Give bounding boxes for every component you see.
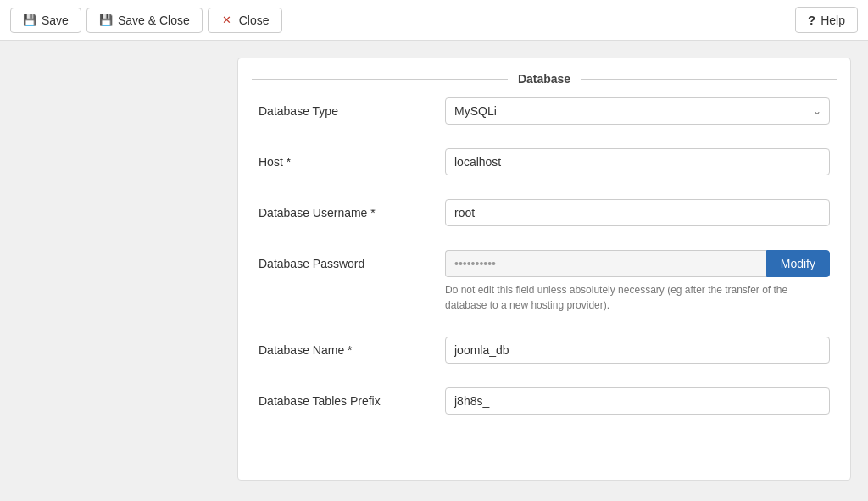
host-row: Host * — [238, 136, 850, 187]
section-header-right-line — [581, 79, 837, 80]
db-password-field: Modify Do not edit this field unless abs… — [445, 250, 830, 313]
main-content: Database Database Type MySQLi MySQL (PDO… — [0, 41, 868, 498]
modify-button[interactable]: Modify — [766, 250, 830, 277]
form-panel: Database Database Type MySQLi MySQL (PDO… — [237, 58, 851, 481]
db-type-label: Database Type — [259, 97, 445, 118]
db-password-label: Database Password — [259, 250, 445, 270]
host-field — [445, 148, 830, 175]
section-title: Database — [508, 72, 581, 86]
host-input[interactable] — [445, 148, 830, 175]
db-prefix-field — [445, 387, 830, 415]
db-password-input — [445, 250, 766, 277]
password-group: Modify — [445, 250, 830, 277]
section-header-left-line — [252, 79, 508, 80]
help-button[interactable]: ? Help — [795, 7, 858, 33]
db-type-select-wrapper: MySQLi MySQL (PDO) PostgreSQL SQLite ⌄ — [445, 97, 830, 125]
db-type-select[interactable]: MySQLi MySQL (PDO) PostgreSQL SQLite — [445, 97, 830, 125]
db-username-label: Database Username * — [259, 199, 445, 220]
db-username-field — [445, 199, 830, 226]
save-close-icon: 💾 — [99, 14, 113, 27]
db-name-field — [445, 337, 830, 364]
save-icon: 💾 — [23, 14, 36, 27]
db-password-row: Database Password Modify Do not edit thi… — [238, 238, 850, 325]
db-prefix-input[interactable] — [445, 387, 830, 415]
db-prefix-row: Database Tables Prefix — [238, 376, 850, 426]
db-prefix-label: Database Tables Prefix — [259, 387, 445, 408]
help-icon: ? — [808, 13, 815, 27]
db-name-input[interactable] — [445, 337, 830, 364]
password-hint: Do not edit this field unless absolutely… — [445, 282, 830, 313]
close-icon: ✕ — [220, 14, 234, 27]
section-header: Database — [238, 72, 850, 86]
db-username-row: Database Username * — [238, 187, 850, 238]
save-close-label: Save & Close — [118, 14, 190, 27]
close-label: Close — [239, 14, 270, 27]
host-label: Host * — [259, 148, 445, 169]
db-username-input[interactable] — [445, 199, 830, 226]
save-label: Save — [42, 14, 69, 27]
save-close-button[interactable]: 💾 Save & Close — [86, 8, 203, 33]
close-button[interactable]: ✕ Close — [208, 8, 282, 33]
toolbar: 💾 Save 💾 Save & Close ✕ Close ? Help — [0, 0, 868, 41]
db-name-row: Database Name * — [238, 325, 850, 376]
save-button[interactable]: 💾 Save — [10, 8, 81, 33]
help-label: Help — [821, 14, 845, 27]
sidebar — [17, 58, 237, 481]
db-type-field: MySQLi MySQL (PDO) PostgreSQL SQLite ⌄ — [445, 97, 830, 125]
db-name-label: Database Name * — [259, 337, 445, 357]
db-type-row: Database Type MySQLi MySQL (PDO) Postgre… — [238, 86, 850, 136]
